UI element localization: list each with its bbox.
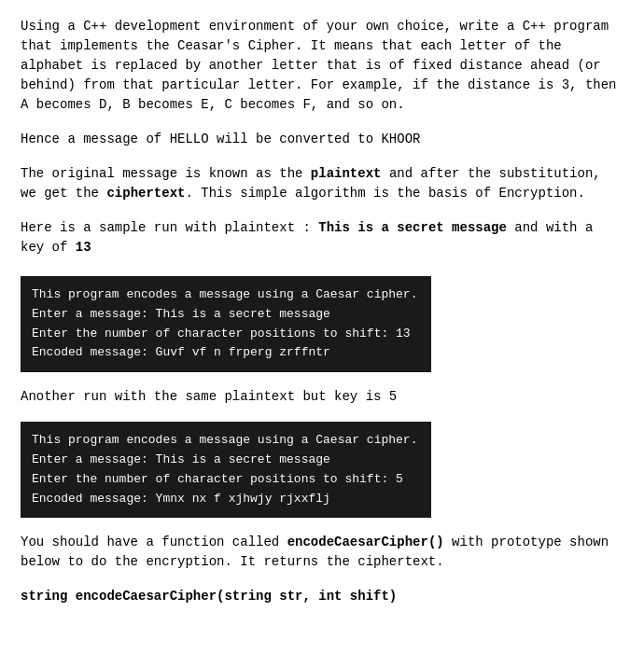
main-content: Using a C++ development environment of y… (21, 17, 623, 606)
terminal2-line5: Encoded message: Ymnx nx f xjhwjy rjxxfl… (32, 490, 420, 509)
run2-label: Another run with the same plaintext but … (21, 387, 623, 407)
key1-label: 13 (76, 240, 91, 255)
intro-paragraph2: Hence a message of HELLO will be convert… (21, 130, 623, 149)
intro-text3a: The original message is known as the (21, 166, 311, 181)
terminal1-line2: Enter a message: This is a secret messag… (32, 305, 420, 325)
ciphertext-label: ciphertext (106, 186, 185, 201)
terminal-run1: This program encodes a message using a C… (21, 276, 431, 372)
run2-text: Another run with the same plaintext but … (21, 389, 397, 404)
intro-text1: Using a C++ development environment of y… (21, 19, 617, 112)
terminal1-line3: Enter the number of character positions … (32, 325, 420, 344)
outro-paragraph1: You should have a function called encode… (21, 533, 623, 572)
intro-text3c: . This simple algorithm is the basis of … (185, 186, 584, 201)
plaintext-label: plaintext (311, 166, 382, 181)
terminal-run2: This program encodes a message using a C… (21, 422, 431, 518)
intro-paragraph1: Using a C++ development environment of y… (21, 17, 623, 115)
intro-paragraph3: The original message is known as the pla… (21, 164, 623, 203)
terminal2-line2: Enter a message: This is a secret messag… (32, 451, 420, 470)
sample-message-label: This is a secret message (318, 220, 507, 235)
intro-text4a: Here is a sample run with plaintext : (21, 220, 318, 235)
function-name-inline: encodeCaesarCipher() (287, 535, 444, 549)
function-sig-text: string encodeCaesarCipher(string str, in… (21, 589, 397, 604)
intro-text2: Hence a message of HELLO will be convert… (21, 132, 420, 146)
outro-text1a: You should have a function called (21, 535, 287, 549)
intro-paragraph4: Here is a sample run with plaintext : Th… (21, 218, 623, 257)
terminal1-line5: Encoded message: Guvf vf n frperg zrffnt… (32, 343, 420, 363)
terminal2-line3: Enter the number of character positions … (32, 470, 420, 490)
function-signature: string encodeCaesarCipher(string str, in… (21, 587, 623, 606)
terminal2-line1: This program encodes a message using a C… (32, 431, 420, 451)
terminal1-line1: This program encodes a message using a C… (32, 285, 420, 305)
